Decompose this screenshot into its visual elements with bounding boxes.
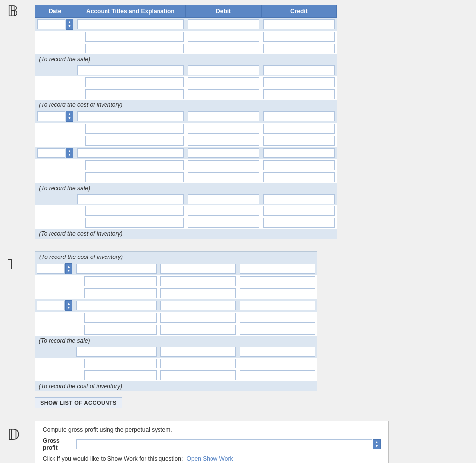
account-input-b2-1[interactable] bbox=[77, 65, 184, 75]
account-input-c1-3[interactable] bbox=[84, 288, 157, 298]
date-spinner-btn-c1[interactable]: ▲▼ bbox=[65, 263, 72, 274]
debit-input-c1-1[interactable] bbox=[160, 264, 236, 274]
account-input-c1-1[interactable] bbox=[76, 264, 157, 274]
show-work-text: Click if you would like to Show Work for… bbox=[43, 455, 183, 462]
account-input-c3-3[interactable] bbox=[84, 370, 157, 380]
account-input-c2-2[interactable] bbox=[84, 313, 157, 323]
account-input-b5-2[interactable] bbox=[85, 206, 184, 216]
credit-input-b3-1[interactable] bbox=[263, 111, 334, 121]
account-input-b2-2[interactable] bbox=[85, 77, 184, 87]
open-show-work-link[interactable]: Open Show Work bbox=[187, 455, 233, 462]
date-input-3[interactable] bbox=[37, 111, 66, 121]
note-b5: (To record the cost of inventory) bbox=[39, 230, 123, 237]
table-row: (To record the cost of inventory) bbox=[35, 100, 337, 110]
account-input-b4-3[interactable] bbox=[85, 172, 184, 182]
date-spinner-btn-1[interactable]: ▲▼ bbox=[66, 19, 73, 30]
account-input-b5-1[interactable] bbox=[77, 194, 184, 204]
debit-input-b2-2[interactable] bbox=[188, 77, 259, 87]
credit-input-b5-3[interactable] bbox=[263, 218, 334, 228]
debit-input-c3-1[interactable] bbox=[160, 347, 236, 357]
account-input-b3-1[interactable] bbox=[77, 111, 184, 121]
account-input-b3-2[interactable] bbox=[85, 124, 184, 134]
account-input-b4-2[interactable] bbox=[85, 160, 184, 170]
account-input-b1-2[interactable] bbox=[85, 32, 184, 42]
date-spinner-c1[interactable]: ▲▼ bbox=[37, 263, 72, 274]
account-input-b1-1[interactable] bbox=[77, 19, 184, 29]
account-input-b5-3[interactable] bbox=[85, 218, 184, 228]
date-input-1[interactable] bbox=[37, 19, 66, 29]
date-spinner-c2[interactable]: ▲▼ bbox=[37, 300, 72, 311]
debit-input-c2-2[interactable] bbox=[160, 313, 236, 323]
debit-input-b5-3[interactable] bbox=[188, 218, 259, 228]
credit-input-b4-2[interactable] bbox=[263, 160, 334, 170]
debit-input-c3-3[interactable] bbox=[160, 370, 236, 380]
debit-input-b1-1[interactable] bbox=[188, 19, 259, 29]
credit-input-b4-3[interactable] bbox=[263, 172, 334, 182]
col-header-date: Date bbox=[35, 5, 75, 18]
credit-input-c2-3[interactable] bbox=[240, 325, 315, 335]
account-input-b3-3[interactable] bbox=[85, 136, 184, 146]
debit-input-b3-1[interactable] bbox=[188, 111, 259, 121]
date-spinner-3[interactable]: ▲▼ bbox=[37, 111, 73, 122]
debit-input-b5-2[interactable] bbox=[188, 206, 259, 216]
credit-input-b3-3[interactable] bbox=[263, 136, 334, 146]
debit-input-c1-2[interactable] bbox=[160, 276, 236, 286]
credit-input-c3-1[interactable] bbox=[240, 347, 315, 357]
date-spinner-1[interactable]: ▲▼ bbox=[37, 19, 73, 30]
table-row: ▲▼ bbox=[35, 147, 337, 159]
debit-input-b3-2[interactable] bbox=[188, 124, 259, 134]
credit-input-b1-3[interactable] bbox=[263, 44, 334, 53]
show-list-accounts-c-button[interactable]: SHOW LIST OF ACCOUNTS bbox=[35, 397, 122, 408]
date-spinner-btn-4[interactable]: ▲▼ bbox=[66, 148, 73, 158]
date-input-4[interactable] bbox=[37, 148, 66, 158]
credit-input-b1-2[interactable] bbox=[263, 32, 334, 42]
table-row: (To record the cost of inventory) bbox=[35, 229, 337, 239]
date-spinner-4[interactable]: ▲▼ bbox=[37, 148, 73, 158]
credit-input-b5-1[interactable] bbox=[263, 194, 334, 204]
debit-input-b3-3[interactable] bbox=[188, 136, 259, 146]
gross-profit-input[interactable] bbox=[76, 439, 372, 449]
debit-input-b1-2[interactable] bbox=[188, 32, 259, 42]
debit-input-b4-3[interactable] bbox=[188, 172, 259, 182]
account-input-c2-3[interactable] bbox=[84, 325, 157, 335]
credit-input-b2-3[interactable] bbox=[263, 89, 334, 99]
credit-input-b5-2[interactable] bbox=[263, 206, 334, 216]
account-input-c3-2[interactable] bbox=[84, 359, 157, 368]
account-input-c3-1[interactable] bbox=[76, 347, 157, 357]
debit-input-b2-1[interactable] bbox=[188, 65, 259, 75]
table-row bbox=[35, 135, 337, 147]
date-input-c1[interactable] bbox=[37, 264, 65, 274]
credit-input-c3-3[interactable] bbox=[240, 370, 315, 380]
debit-input-b2-3[interactable] bbox=[188, 89, 259, 99]
account-input-b1-3[interactable] bbox=[85, 44, 184, 53]
credit-input-c1-3[interactable] bbox=[240, 288, 315, 298]
debit-input-c3-2[interactable] bbox=[160, 359, 236, 368]
account-input-c2-1[interactable] bbox=[76, 301, 157, 310]
table-row bbox=[35, 159, 337, 171]
debit-input-b5-1[interactable] bbox=[188, 194, 259, 204]
date-spinner-btn-3[interactable]: ▲▼ bbox=[66, 111, 73, 122]
note-b2: (To record the cost of inventory) bbox=[39, 102, 123, 108]
credit-input-c2-2[interactable] bbox=[240, 313, 315, 323]
credit-input-b3-2[interactable] bbox=[263, 124, 334, 134]
debit-input-c2-3[interactable] bbox=[160, 325, 236, 335]
debit-input-b4-1[interactable] bbox=[188, 148, 259, 158]
credit-input-c2-1[interactable] bbox=[240, 301, 315, 310]
account-input-c1-2[interactable] bbox=[84, 276, 157, 286]
credit-input-c1-2[interactable] bbox=[240, 276, 315, 286]
account-input-b2-3[interactable] bbox=[85, 89, 184, 99]
date-spinner-btn-c2[interactable]: ▲▼ bbox=[65, 300, 72, 311]
account-input-b4-1[interactable] bbox=[77, 148, 184, 158]
credit-input-b2-2[interactable] bbox=[263, 77, 334, 87]
debit-input-b4-2[interactable] bbox=[188, 160, 259, 170]
credit-input-c3-2[interactable] bbox=[240, 359, 315, 368]
credit-input-b4-1[interactable] bbox=[263, 148, 334, 158]
credit-input-c1-1[interactable] bbox=[240, 264, 315, 274]
gross-profit-spinner-btn[interactable]: ▲▼ bbox=[373, 439, 381, 449]
debit-input-c2-1[interactable] bbox=[160, 301, 236, 310]
credit-input-b2-1[interactable] bbox=[263, 65, 334, 75]
debit-input-b1-3[interactable] bbox=[188, 44, 259, 53]
debit-input-c1-3[interactable] bbox=[160, 288, 236, 298]
credit-input-b1-1[interactable] bbox=[263, 19, 334, 29]
date-input-c2[interactable] bbox=[37, 301, 65, 310]
